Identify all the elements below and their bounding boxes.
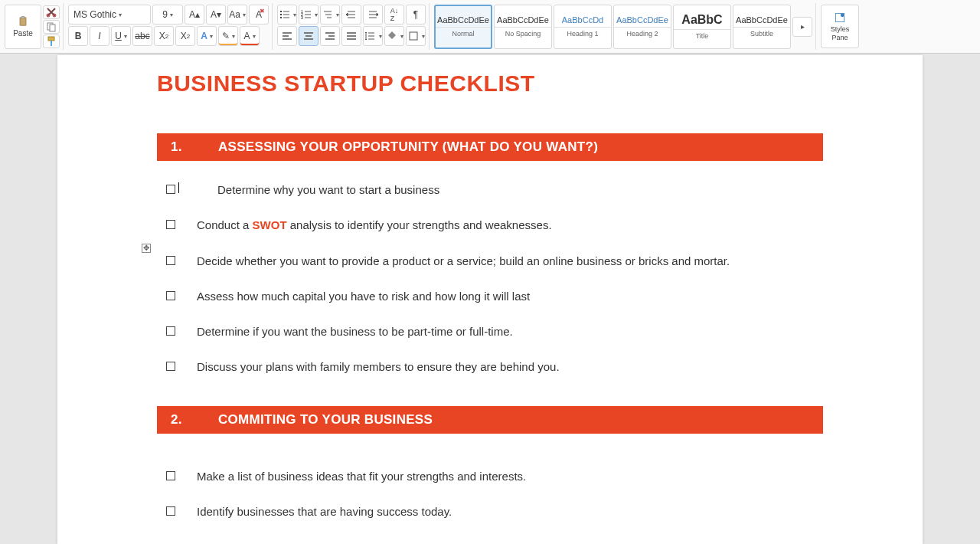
checkbox-icon[interactable] bbox=[166, 326, 175, 336]
format-painter-button[interactable] bbox=[43, 34, 60, 48]
style-preview: AaBbC bbox=[681, 13, 722, 27]
checklist-item[interactable]: Make a list of business ideas that fit y… bbox=[166, 469, 874, 484]
strikethrough-button[interactable]: abc bbox=[132, 26, 152, 46]
section-title: ASSESSING YOUR OPPORTUNITY (WHAT DO YOU … bbox=[218, 139, 598, 155]
decrease-font-button[interactable]: A▾ bbox=[206, 5, 226, 25]
checklist-item-text: Discuss your plans with family members t… bbox=[197, 359, 560, 375]
styles-pane-button[interactable]: Styles Pane bbox=[821, 5, 859, 48]
style-heading-2[interactable]: AaBbCcDdEeHeading 2 bbox=[613, 5, 671, 49]
checklist-item[interactable]: Conduct a SWOT analysis to identify your… bbox=[166, 218, 874, 233]
ribbon-toolbar: Paste MS Gothic 9 A▴ A▾ Aa A✖ B I U abc … bbox=[0, 0, 980, 54]
checkbox-icon[interactable] bbox=[166, 256, 175, 265]
svg-rect-14 bbox=[410, 32, 417, 40]
style-preview: AaBbCcDdEe bbox=[437, 15, 489, 25]
copy-button[interactable] bbox=[43, 20, 60, 34]
change-case-button[interactable]: Aa bbox=[227, 5, 247, 25]
section-number: 2. bbox=[171, 412, 218, 428]
cut-button[interactable] bbox=[43, 5, 60, 19]
section-header: 2.COMMITING TO YOUR BUSINESS bbox=[157, 406, 823, 434]
align-right-button[interactable] bbox=[320, 26, 340, 46]
style-no-spacing[interactable]: AaBbCcDdEeNo Spacing bbox=[494, 5, 552, 49]
style-name-label: Subtitle bbox=[733, 27, 790, 38]
bullets-button[interactable] bbox=[277, 5, 297, 25]
decrease-indent-button[interactable] bbox=[341, 5, 361, 25]
style-name-label: Heading 1 bbox=[554, 27, 611, 38]
text-effects-button[interactable]: A bbox=[197, 26, 217, 46]
paragraph-group: 123 A↓Z ¶ bbox=[274, 3, 430, 50]
justify-button[interactable] bbox=[341, 26, 361, 46]
font-color-button[interactable]: A bbox=[240, 26, 260, 46]
highlight-button[interactable]: ✎ bbox=[218, 26, 238, 46]
style-normal[interactable]: AaBbCcDdEeNormal bbox=[434, 5, 492, 49]
checklist-item[interactable]: Determine if you want the business to be… bbox=[166, 324, 874, 339]
align-left-button[interactable] bbox=[277, 26, 297, 46]
checkbox-icon[interactable] bbox=[166, 220, 175, 229]
clear-formatting-button[interactable]: A✖ bbox=[249, 5, 269, 25]
svg-point-9 bbox=[280, 14, 282, 15]
checklist-item[interactable]: Discuss your plans with family members t… bbox=[166, 359, 874, 375]
section-number: 1. bbox=[171, 139, 218, 155]
subscript-button[interactable]: X2 bbox=[154, 26, 174, 46]
bold-button[interactable]: B bbox=[68, 26, 88, 46]
paste-button[interactable]: Paste bbox=[5, 5, 41, 49]
show-marks-button[interactable]: ¶ bbox=[406, 5, 426, 25]
borders-button[interactable] bbox=[406, 26, 426, 46]
svg-text:3: 3 bbox=[301, 15, 303, 20]
checklist-item-text: Make a list of business ideas that fit y… bbox=[197, 469, 526, 484]
svg-point-16 bbox=[841, 13, 844, 17]
numbering-button[interactable]: 123 bbox=[299, 5, 318, 25]
checkbox-icon[interactable] bbox=[166, 185, 175, 194]
checkbox-icon[interactable] bbox=[166, 506, 175, 516]
align-center-button[interactable] bbox=[299, 26, 318, 46]
checklist-item[interactable]: Identify businesses that are having succ… bbox=[166, 504, 874, 519]
styles-more-button[interactable]: ▸ bbox=[792, 17, 812, 37]
svg-rect-5 bbox=[50, 25, 55, 31]
font-group: MS Gothic 9 A▴ A▾ Aa A✖ B I U abc X2 X2 … bbox=[65, 3, 273, 50]
swot-highlight: SWOT bbox=[253, 218, 287, 231]
style-name-label: Normal bbox=[436, 27, 491, 38]
checklist: Determine why you want to start a busine… bbox=[157, 161, 874, 406]
checklist: Make a list of business ideas that fit y… bbox=[157, 434, 874, 545]
section-header: 1.ASSESSING YOUR OPPORTUNITY (WHAT DO YO… bbox=[157, 133, 823, 161]
increase-font-button[interactable]: A▴ bbox=[185, 5, 204, 25]
svg-rect-7 bbox=[51, 41, 52, 46]
document-area[interactable]: ✥ BUSINESS STARTUP CHECKLIST 1.ASSESSING… bbox=[0, 54, 980, 544]
sort-button[interactable]: A↓Z bbox=[384, 5, 404, 25]
checklist-item-text: Decide whether you want to provide a pro… bbox=[197, 254, 730, 269]
style-name-label: Heading 2 bbox=[614, 27, 671, 38]
style-gallery: AaBbCcDdEeNormalAaBbCcDdEeNo SpacingAaBb… bbox=[434, 5, 791, 49]
style-preview: AaBbCcDdEe bbox=[497, 15, 549, 25]
svg-rect-1 bbox=[21, 16, 24, 18]
checklist-item-text: Determine why you want to start a busine… bbox=[217, 182, 439, 198]
checklist-item-text: Identify businesses that are having succ… bbox=[197, 504, 452, 519]
style-preview: AaBbCcDdEe bbox=[616, 15, 668, 25]
superscript-button[interactable]: X2 bbox=[175, 26, 195, 46]
style-subtitle[interactable]: AaBbCcDdEeSubtitle bbox=[733, 5, 791, 49]
document-title: BUSINESS STARTUP CHECKLIST bbox=[157, 70, 874, 97]
clipboard-group: Paste bbox=[2, 3, 64, 50]
checklist-item[interactable]: Decide whether you want to provide a pro… bbox=[166, 254, 874, 269]
style-preview: AaBbCcDdEe bbox=[736, 15, 788, 25]
style-heading-1[interactable]: AaBbCcDdHeading 1 bbox=[554, 5, 612, 49]
italic-button[interactable]: I bbox=[90, 26, 109, 46]
increase-indent-button[interactable] bbox=[363, 5, 383, 25]
document-page[interactable]: ✥ BUSINESS STARTUP CHECKLIST 1.ASSESSING… bbox=[57, 55, 923, 544]
checkbox-icon[interactable] bbox=[166, 471, 175, 480]
checklist-item[interactable]: Determine why you want to start a busine… bbox=[166, 182, 874, 198]
font-name-select[interactable]: MS Gothic bbox=[68, 5, 151, 25]
style-title[interactable]: AaBbCTitle bbox=[673, 5, 731, 49]
style-name-label: No Spacing bbox=[495, 27, 551, 38]
multilevel-list-button[interactable] bbox=[320, 5, 340, 25]
table-move-handle[interactable]: ✥ bbox=[142, 244, 151, 253]
checklist-item-text: Assess how much capital you have to risk… bbox=[197, 289, 530, 304]
checklist-item-text: Conduct a SWOT analysis to identify your… bbox=[197, 218, 552, 233]
shading-button[interactable] bbox=[384, 26, 404, 46]
checkbox-icon[interactable] bbox=[166, 362, 175, 371]
line-spacing-button[interactable] bbox=[363, 26, 383, 46]
checkbox-icon[interactable] bbox=[166, 291, 175, 300]
text-cursor bbox=[178, 182, 179, 193]
checklist-item[interactable]: Assess how much capital you have to risk… bbox=[166, 289, 874, 304]
font-size-select[interactable]: 9 bbox=[152, 5, 183, 25]
underline-button[interactable]: U bbox=[111, 26, 131, 46]
svg-point-8 bbox=[280, 11, 282, 12]
